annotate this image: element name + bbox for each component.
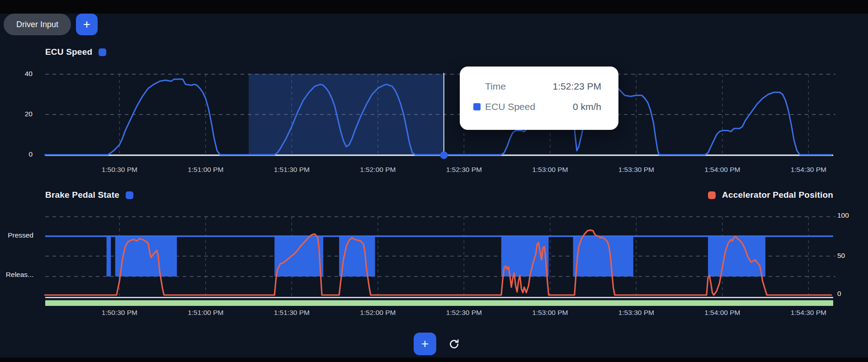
footer-controls: + — [414, 333, 462, 355]
state-label-pressed: Pressed — [2, 231, 33, 239]
brake-pressed-interval — [274, 236, 323, 276]
chart2-ytick-0: 0 — [837, 290, 841, 298]
x-tick-label: 1:52:00 PM — [346, 309, 410, 317]
x-tick-label: 1:50:30 PM — [88, 166, 151, 174]
x-tick-label: 1:52:30 PM — [432, 166, 495, 174]
chart2-header: Brake Pedal State — [45, 190, 133, 200]
accelerator-legend-chip[interactable] — [708, 191, 716, 199]
telemetry-dashboard: Driver Input + ECU Speed 40 20 0 1:50:30… — [0, 0, 868, 362]
tooltip-spacer — [473, 83, 481, 90]
timeline-range-bar[interactable] — [45, 300, 833, 306]
x-tick-label: 1:50:30 PM — [88, 309, 151, 317]
cursor-handle[interactable] — [440, 152, 448, 159]
x-tick-label: 1:51:00 PM — [174, 166, 237, 174]
x-tick-label: 1:51:30 PM — [260, 309, 323, 317]
charts-canvas[interactable] — [0, 0, 868, 362]
x-tick-label: 1:51:30 PM — [260, 166, 323, 174]
x-tick-label: 1:54:30 PM — [777, 166, 840, 174]
x-tick-label: 1:53:30 PM — [604, 166, 668, 174]
tooltip-series-chip — [473, 103, 481, 110]
x-tick-label: 1:52:00 PM — [346, 166, 410, 174]
brake-pedal-legend-chip[interactable] — [126, 191, 133, 199]
tooltip-time-label: Time — [485, 81, 506, 92]
tooltip-series-row: ECU Speed 0 km/h — [473, 100, 601, 113]
chart2-title: Brake Pedal State — [45, 190, 119, 200]
accelerator-legend-title: Accelerator Pedal Position — [722, 190, 833, 200]
refresh-button[interactable] — [445, 335, 462, 352]
tooltip-series-label: ECU Speed — [485, 101, 535, 112]
x-tick-label: 1:53:00 PM — [519, 166, 582, 174]
x-tick-label: 1:52:30 PM — [432, 309, 495, 317]
brake-pressed-interval — [708, 236, 765, 276]
x-tick-label: 1:53:30 PM — [604, 309, 668, 317]
tooltip-time-value: 1:52:23 PM — [553, 81, 601, 92]
state-label-released: Releas... — [2, 271, 33, 279]
x-tick-label: 1:54:00 PM — [691, 309, 754, 317]
chart2-secondary-legend: Accelerator Pedal Position — [708, 190, 833, 200]
x-tick-label: 1:51:00 PM — [174, 309, 237, 317]
tooltip-series-value: 0 km/h — [573, 101, 601, 112]
x-tick-label: 1:54:30 PM — [777, 309, 840, 317]
chart2-ytick-100: 100 — [837, 211, 849, 219]
plus-icon: + — [421, 338, 429, 350]
refresh-icon — [448, 338, 460, 350]
add-chart-button[interactable]: + — [414, 333, 436, 355]
chart2-ytick-50: 50 — [837, 252, 845, 260]
tooltip-time-row: Time 1:52:23 PM — [473, 80, 601, 93]
chart-tooltip: Time 1:52:23 PM ECU Speed 0 km/h — [460, 67, 618, 130]
x-tick-label: 1:53:00 PM — [519, 309, 582, 317]
brake-pressed-interval — [107, 236, 111, 276]
x-tick-label: 1:54:00 PM — [691, 166, 754, 174]
brake-pressed-interval — [573, 236, 633, 276]
